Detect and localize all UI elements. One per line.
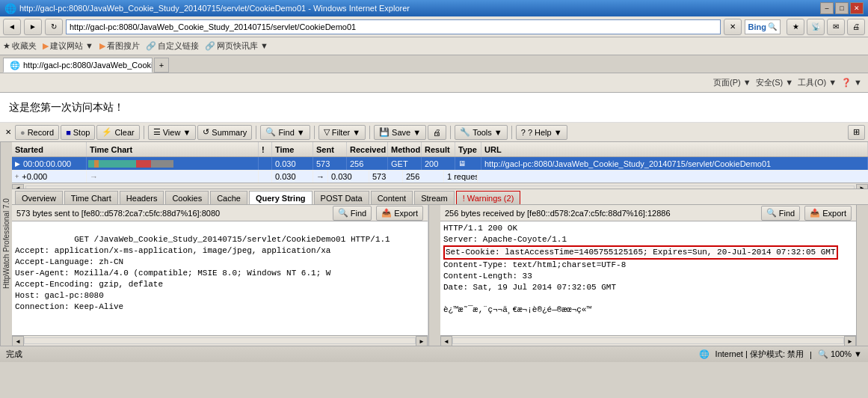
ie-toolbar: 页面(P) ▼ 安全(S) ▼ 工具(O) ▼ ❓ ▼ <box>0 73 868 93</box>
title-bar: 🌐 http://gacl-pc:8080/JavaWeb_Cookie_Stu… <box>0 0 868 16</box>
maximize-button[interactable]: □ <box>835 2 849 14</box>
session-type: 🖥 <box>455 157 481 170</box>
session-url: http://gacl-pc:8080/JavaWeb_Cookie_Study… <box>481 157 868 170</box>
help-icon: ? <box>521 128 526 137</box>
save-button[interactable]: 💾 Save ▼ <box>374 125 426 140</box>
col-header-timechart: Time Chart <box>87 142 259 156</box>
sessions-scrollbar[interactable]: ◄ ► <box>12 183 868 189</box>
sub-arrow2: → <box>313 171 328 183</box>
right-find-button[interactable]: 🔍 Find <box>761 206 800 221</box>
view-button[interactable]: ☰ View ▼ <box>148 125 197 140</box>
right-export-button[interactable]: 📤 Export <box>804 206 852 221</box>
tab-stream[interactable]: Stream <box>414 191 454 204</box>
star-icon: ★ <box>3 41 10 51</box>
help-button[interactable]: ? ? Help ▼ <box>516 125 567 140</box>
stop-button[interactable]: ✕ <box>724 19 742 35</box>
tab-postdata[interactable]: POST Data <box>314 191 369 204</box>
tab-warnings[interactable]: ! Warnings (2) <box>456 191 521 204</box>
left-scroll-left[interactable]: ◄ <box>12 336 24 346</box>
session-result: 200 <box>422 157 455 170</box>
right-scroll-right[interactable]: ► <box>844 336 856 346</box>
print-icon: 🖨 <box>433 128 441 137</box>
tab-timechart[interactable]: Time Chart <box>64 191 118 204</box>
side-label: HttpWatch Professional 7.0 <box>0 142 12 346</box>
cookie-line: Set-Cookie: lastAccessTime=1405755125165… <box>443 245 838 260</box>
back-button[interactable]: ◄ <box>3 19 21 35</box>
right-inspector-toolbar: 256 bytes received by [fe80::d578:2ca7:c… <box>440 205 856 221</box>
col-header-received: Received <box>347 142 388 156</box>
ie-icon: 🌐 <box>4 3 16 14</box>
sub-excl <box>259 171 272 183</box>
zoom-button[interactable]: 🔍 100% ▼ <box>818 349 862 359</box>
sub-time: 0.030 <box>272 171 313 183</box>
left-export-button[interactable]: 📤 Export <box>376 206 423 221</box>
web-clips-item[interactable]: 🔗 网页快讯库 ▼ <box>205 40 268 52</box>
session-received: 256 <box>347 157 388 170</box>
left-find-icon: 🔍 <box>338 208 348 218</box>
suggested-sites-item[interactable]: ▶ 建议网站 ▼ <box>43 40 93 52</box>
filter-button[interactable]: ▽ Filter ▼ <box>318 125 366 140</box>
scroll-left[interactable]: ◄ <box>12 184 24 190</box>
right-scroll-left[interactable]: ◄ <box>440 336 452 346</box>
tab-content[interactable]: Content <box>371 191 413 204</box>
status-text: 完成 <box>6 349 22 360</box>
address-input[interactable] <box>66 19 721 34</box>
new-tab-button[interactable]: + <box>154 58 169 73</box>
right-scrollbar[interactable]: ◄ ► <box>440 335 856 346</box>
inspector-right-panel: 256 bytes received by [fe80::d578:2ca7:c… <box>440 205 856 346</box>
feeds-btn[interactable]: 📡 <box>807 19 825 35</box>
tools-button[interactable]: 🔧 Tools ▼ <box>455 125 508 140</box>
clear-button[interactable]: ⚡ Clear <box>96 125 139 140</box>
minimize-button[interactable]: – <box>820 2 834 14</box>
address-bar: ◄ ► ↻ ✕ Bing 🔍 ★ 📡 ✉ 🖨 <box>0 16 868 37</box>
sessions-area: Started Time Chart ! Time Sent Received … <box>12 142 868 189</box>
browser-content: 这是您第一次访问本站！ <box>0 93 868 123</box>
clear-icon: ⚡ <box>102 127 112 137</box>
panel-close-button[interactable]: ✕ <box>3 127 13 138</box>
custom-link-item[interactable]: 🔗 自定义链接 <box>146 40 199 52</box>
title-bar-text: http://gacl-pc:8080/JavaWeb_Cookie_Study… <box>16 4 820 13</box>
expand-button[interactable]: ⊞ <box>848 125 865 140</box>
left-scrollbar[interactable]: ◄ ► <box>12 335 428 346</box>
summary-button[interactable]: ↺ Summary <box>197 125 252 140</box>
session-sub-row: + +0.000 → 0.030 → 0.030 573 256 1 reque… <box>12 171 868 183</box>
tab-label: http://gacl-pc:8080/JavaWeb_Cookie_Study… <box>23 61 153 70</box>
print-btn[interactable]: 🖨 <box>847 19 865 35</box>
tab-favicon: 🌐 <box>10 61 20 70</box>
left-scroll-right[interactable]: ► <box>416 336 428 346</box>
sub-arrow: → <box>87 171 259 183</box>
security-menu[interactable]: 安全(S) ▼ <box>756 77 794 88</box>
session-row[interactable]: ▶ 00:00:00.000 0.030 57 <box>12 157 868 171</box>
browser-tab[interactable]: 🌐 http://gacl-pc:8080/JavaWeb_Cookie_Stu… <box>3 58 153 73</box>
scroll-right[interactable]: ► <box>856 184 868 190</box>
close-button[interactable]: ✕ <box>850 2 864 14</box>
tab-cache[interactable]: Cache <box>210 191 247 204</box>
left-export-icon: 📤 <box>381 208 392 218</box>
favorites-btn[interactable]: ★ <box>787 19 804 35</box>
forward-button[interactable]: ► <box>24 19 42 35</box>
image-icon: ▶ <box>99 41 105 51</box>
stop-button[interactable]: ■ Stop <box>61 125 95 140</box>
inspector-left-panel: 573 bytes sent to [fe80::d578:2ca7:c5fc:… <box>12 205 428 346</box>
left-inspector-toolbar: 573 bytes sent to [fe80::d578:2ca7:c5fc:… <box>12 205 428 221</box>
mail-btn[interactable]: ✉ <box>827 19 845 35</box>
left-vertical-scrollbar[interactable] <box>428 205 440 346</box>
favorites-item[interactable]: ★ 收藏夹 <box>3 40 37 52</box>
right-vertical-scrollbar[interactable] <box>856 205 868 346</box>
left-find-button[interactable]: 🔍 Find <box>333 206 372 221</box>
tab-overview[interactable]: Overview <box>15 191 63 204</box>
record-button[interactable]: ● Record <box>15 125 59 140</box>
tab-querystring[interactable]: Query String <box>249 191 313 204</box>
image-search-item[interactable]: ▶ 看图搜片 <box>99 40 140 52</box>
tools-menu[interactable]: 工具(O) ▼ <box>798 77 837 88</box>
tab-headers[interactable]: Headers <box>120 191 164 204</box>
tab-cookies[interactable]: Cookies <box>165 191 209 204</box>
right-inspector-content: HTTP/1.1 200 OK Server: Apache-Coyote/1.… <box>440 221 856 335</box>
print-button[interactable]: 🖨 <box>428 125 446 140</box>
help-menu[interactable]: ❓ ▼ <box>841 78 862 88</box>
find-button[interactable]: 🔍 Find ▼ <box>260 125 310 140</box>
refresh-button[interactable]: ↻ <box>45 19 63 35</box>
page-menu[interactable]: 页面(P) ▼ <box>713 77 751 88</box>
right-find-icon: 🔍 <box>766 208 777 218</box>
col-header-url: URL <box>481 142 868 156</box>
